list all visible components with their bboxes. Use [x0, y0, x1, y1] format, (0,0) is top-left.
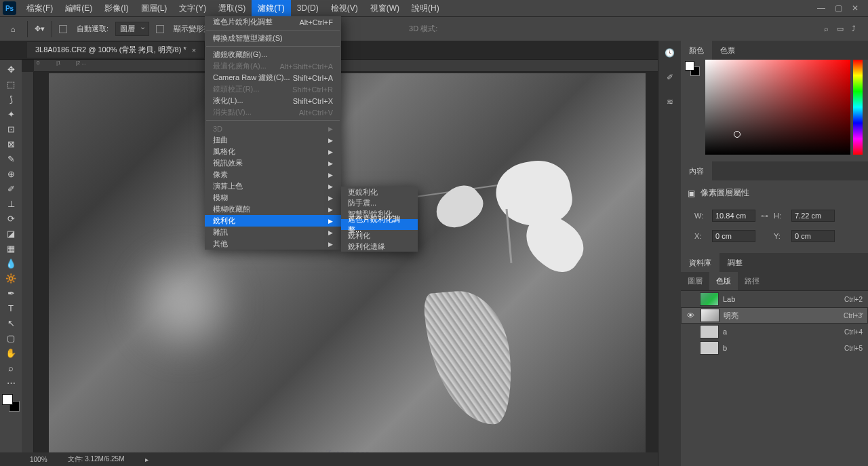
tab-adjustments[interactable]: 調整	[719, 253, 751, 272]
menu-file[interactable]: 檔案(F)	[20, 0, 59, 16]
tool-blur[interactable]: 💧	[2, 256, 20, 271]
search-icon[interactable]: ⌕	[824, 24, 829, 33]
filter-blur[interactable]: 模糊▶	[205, 192, 341, 203]
menu-layer[interactable]: 圖層(L)	[135, 0, 174, 16]
filter-stylize[interactable]: 風格化▶	[205, 146, 341, 157]
menu-window[interactable]: 視窗(W)	[364, 0, 406, 16]
filter-video[interactable]: 視訊效果▶	[205, 157, 341, 169]
tool-history-brush[interactable]: ⟳	[2, 211, 20, 226]
tab-paths[interactable]: 路徑	[738, 272, 766, 290]
tool-stamp[interactable]: ⊥	[2, 196, 20, 211]
autoselect-check[interactable]	[59, 25, 67, 33]
menu-image[interactable]: 影像(I)	[98, 0, 134, 16]
filter-pixelate[interactable]: 像素▶	[205, 169, 341, 180]
menu-edit[interactable]: 編輯(E)	[59, 0, 98, 16]
channel-a[interactable]: a Ctrl+4	[681, 324, 868, 340]
y-input[interactable]	[791, 230, 835, 242]
move-tool-icon[interactable]: ✥▾	[35, 24, 45, 33]
tab-color[interactable]: 顏色	[681, 41, 712, 60]
zoom-level[interactable]: 100%	[30, 456, 47, 463]
sharpen-edges[interactable]: 銳利化邊緣	[341, 241, 418, 252]
filter-smart[interactable]: 轉換成智慧型濾鏡(S)	[205, 33, 341, 44]
tab-layers[interactable]: 圖層	[681, 272, 709, 290]
filter-other[interactable]: 其他▶	[205, 238, 341, 250]
tab-close-icon[interactable]: ×	[192, 46, 196, 54]
tool-brush[interactable]: ✐	[2, 181, 20, 196]
menu-filter[interactable]: 濾鏡(T)	[252, 0, 290, 16]
menu-help[interactable]: 說明(H)	[406, 0, 446, 16]
filter-lens[interactable]: 鏡頭校正(R)...Shift+Ctrl+R	[205, 83, 341, 95]
link-wh-icon[interactable]: ⊶	[761, 212, 768, 220]
filter-raw[interactable]: Camera Raw 濾鏡(C)...Shift+Ctrl+A	[205, 72, 341, 83]
tool-gradient[interactable]: ▦	[2, 241, 20, 256]
sharpen-shake[interactable]: 防手震...	[341, 197, 418, 208]
menu-type[interactable]: 文字(Y)	[173, 0, 212, 16]
filter-noise[interactable]: 雜訊▶	[205, 227, 341, 238]
tool-zoom[interactable]: ⌕	[2, 360, 20, 375]
filter-blur-gallery[interactable]: 模糊收藏館▶	[205, 203, 341, 215]
tool-wand[interactable]: ✦	[2, 106, 20, 121]
filter-render[interactable]: 演算上色▶	[205, 180, 341, 192]
filter-liquify[interactable]: 液化(L)...Shift+Ctrl+X	[205, 95, 341, 106]
adjust-icon[interactable]: ≋	[663, 95, 677, 109]
history-icon[interactable]: 🕓	[663, 46, 677, 60]
filter-last[interactable]: 遮色片銳利化調整Alt+Ctrl+F	[205, 16, 341, 28]
menu-view[interactable]: 檢視(V)	[325, 0, 364, 16]
sharpen-unsharp-mask[interactable]: 遮色片銳利化調整...	[341, 219, 418, 230]
doc-size[interactable]: 文件: 3.12M/6.25M	[68, 454, 125, 464]
fg-bg-colors[interactable]	[2, 394, 20, 412]
share-icon[interactable]: ⤴	[852, 24, 856, 33]
tool-frame[interactable]: ⊠	[2, 136, 20, 151]
color-fgbg[interactable]	[685, 61, 700, 76]
tool-shape[interactable]: ▢	[2, 330, 20, 345]
tool-lasso[interactable]: ⟆	[2, 92, 20, 106]
channel-lab[interactable]: Lab Ctrl+2	[681, 291, 868, 307]
canvas[interactable]: Zetaspace	[49, 73, 646, 466]
filter-3d[interactable]: 3D▶	[205, 123, 341, 134]
tool-eraser[interactable]: ◪	[2, 226, 20, 241]
tool-eyedropper[interactable]: ✎	[2, 151, 20, 166]
minimize-icon[interactable]: —	[817, 3, 825, 13]
hue-slider[interactable]	[853, 60, 863, 155]
brush-icon[interactable]: ✐	[663, 71, 677, 84]
tool-more[interactable]: ⋯	[2, 375, 20, 390]
ruler-vertical[interactable]	[22, 72, 34, 452]
tab-library[interactable]: 資料庫	[681, 253, 719, 272]
filter-distort[interactable]: 扭曲▶	[205, 134, 341, 146]
menu-select[interactable]: 選取(S)	[212, 0, 252, 16]
ruler-horizontal[interactable]: 0 |1 |2 ...	[34, 60, 658, 72]
workspace-icon[interactable]: ▭	[837, 24, 844, 33]
sharpen-more[interactable]: 更銳利化	[341, 187, 418, 197]
x-input[interactable]	[712, 230, 755, 242]
color-picker[interactable]	[700, 60, 868, 161]
tool-path[interactable]: ↖	[2, 315, 20, 330]
height-input[interactable]	[791, 210, 835, 222]
tool-marquee[interactable]: ⬚	[2, 77, 20, 92]
autoselect-dropdown[interactable]: 圖層	[115, 22, 149, 36]
filter-vanish[interactable]: 消失點(V)...Alt+Ctrl+V	[205, 106, 341, 118]
tool-dodge[interactable]: 🔆	[2, 271, 20, 286]
tool-pen[interactable]: ✒	[2, 286, 20, 300]
visibility-icon[interactable]: 👁	[687, 311, 696, 319]
tab-properties[interactable]: 內容	[681, 161, 712, 180]
menu-3d[interactable]: 3D(D)	[291, 0, 325, 16]
close-icon[interactable]: ✕	[852, 3, 859, 13]
maximize-icon[interactable]: ▢	[835, 3, 842, 13]
tool-heal[interactable]: ⊕	[2, 166, 20, 181]
filter-gallery[interactable]: 濾鏡收藏館(G)...	[205, 49, 341, 60]
tool-type[interactable]: T	[2, 300, 20, 315]
tool-move[interactable]: ✥	[2, 62, 20, 77]
channel-lightness[interactable]: 👁 明亮 Ctrl+3	[681, 307, 868, 324]
tool-crop[interactable]: ⊡	[2, 121, 20, 136]
filter-wide[interactable]: 最適化廣角(A)...Alt+Shift+Ctrl+A	[205, 60, 341, 72]
width-input[interactable]	[712, 210, 755, 222]
home-icon[interactable]: ⌂	[5, 22, 20, 37]
tool-hand[interactable]: ✋	[2, 345, 20, 360]
filter-sharpen[interactable]: 銳利化▶	[205, 215, 341, 227]
tab-swatches[interactable]: 色票	[712, 41, 743, 60]
document-tab[interactable]: 3L8A0186.CR2 @ 100% (背景 拷貝, 明亮/8) * ×	[27, 42, 204, 58]
status-arrow[interactable]: ▸	[145, 456, 149, 463]
tab-channels[interactable]: 色版	[709, 272, 738, 290]
transform-check[interactable]	[156, 25, 164, 33]
channel-b[interactable]: b Ctrl+5	[681, 340, 868, 356]
